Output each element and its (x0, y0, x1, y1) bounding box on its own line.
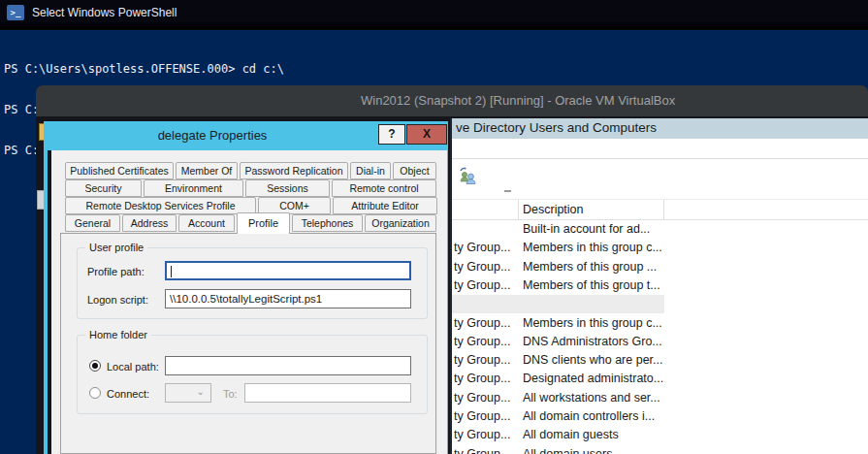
cell-group-type: ty Group... (454, 353, 510, 367)
aduc-window: ve Directory Users and Computers Descrip… (450, 118, 868, 454)
cell-group-type: ty Group... (454, 391, 510, 405)
table-row[interactable]: ty Group...All domain guests (452, 426, 868, 444)
aduc-window-title: ve Directory Users and Computers (456, 120, 657, 135)
table-row[interactable]: ty Group...All domain users (452, 445, 868, 454)
local-path-input[interactable] (165, 356, 411, 375)
tab-profile[interactable]: Profile (237, 212, 290, 234)
cell-description: Designated administrato... (523, 372, 663, 385)
home-folder-group: Home folder Local path: Connect: ⌄ To: (77, 335, 428, 414)
aduc-titlebar[interactable]: ve Directory Users and Computers (452, 118, 868, 139)
cell-description: Members of this group t... (523, 278, 660, 292)
tab-row-2: SecurityEnvironmentSessionsRemote contro… (65, 179, 436, 197)
table-row[interactable]: ty Group...Members in this group c... (452, 239, 868, 257)
table-row[interactable]: ty Group...Designated administrato... (452, 370, 868, 388)
profile-path-label: Profile path: (87, 266, 145, 277)
tab-attribute-editor[interactable]: Attribute Editor (333, 197, 437, 214)
delegate-properties-dialog: delegate Properties ? X Published Certif… (44, 121, 448, 454)
cell-group-type: ty Group... (454, 372, 510, 385)
dialog-title: delegate Properties (48, 128, 377, 143)
tab-general[interactable]: General (65, 214, 120, 232)
users-icon[interactable] (459, 166, 478, 185)
table-row[interactable]: Built-in account for ad... (452, 220, 868, 239)
table-row[interactable]: ty Group...All workstations and ser... (452, 389, 868, 407)
cell-description: All workstations and ser... (523, 391, 660, 405)
help-button[interactable]: ? (378, 124, 405, 145)
home-folder-legend: Home folder (85, 329, 151, 340)
tab-organization[interactable]: Organization (365, 214, 436, 232)
tab-account[interactable]: Account (178, 214, 235, 232)
dialog-titlebar[interactable]: delegate Properties ? X (48, 121, 442, 150)
cell-description: Members of this group ... (523, 260, 657, 274)
cell-description: All domain controllers i... (523, 409, 655, 423)
table-row[interactable] (452, 295, 664, 313)
local-path-label: Local path: (107, 361, 159, 373)
dialog-body: Published CertificatesMember OfPassword … (51, 150, 447, 454)
to-label: To: (223, 388, 238, 400)
profile-path-input[interactable] (165, 261, 411, 280)
tab-remote-control[interactable]: Remote control (332, 179, 436, 197)
cell-group-type: ty Group... (454, 241, 510, 254)
virtualbox-window-title: Win2012 (Snapshot 2) [Running] - Oracle … (361, 93, 675, 108)
logon-script-input[interactable]: \\10.0.0.5\totallyLegitScript.ps1 (165, 289, 411, 308)
connect-label: Connect: (107, 388, 149, 400)
logon-script-value: \\10.0.0.5\totallyLegitScript.ps1 (170, 293, 322, 305)
tab-row-1: Published CertificatesMember OfPassword … (65, 162, 436, 179)
aduc-object-list: Built-in account for ad...ty Group...Mem… (452, 220, 868, 454)
user-profile-legend: User profile (85, 242, 147, 253)
cell-group-type: ty Group... (454, 447, 510, 454)
table-row[interactable]: ty Group...Members of this group t... (452, 276, 868, 295)
tab-sessions[interactable]: Sessions (245, 179, 330, 197)
tab-published-certificates[interactable]: Published Certificates (65, 162, 174, 179)
cell-description: Built-in account for ad... (523, 222, 650, 236)
radio-dot (92, 363, 98, 369)
cell-group-type: ty Group... (454, 335, 510, 348)
cell-description: All domain users (523, 447, 612, 454)
tab-remote-desktop-services-profile[interactable]: Remote Desktop Services Profile (65, 197, 256, 214)
tab-telephones[interactable]: Telephones (292, 214, 363, 232)
text-caret (171, 266, 172, 277)
table-row[interactable]: ty Group...Members in this group c... (452, 314, 868, 333)
tab-object[interactable]: Object (393, 162, 436, 179)
tab-address[interactable]: Address (122, 214, 177, 232)
tab-security[interactable]: Security (65, 179, 142, 197)
cell-description: All domain guests (523, 428, 619, 441)
tab-password-replication[interactable]: Password Replication (240, 162, 348, 179)
table-row[interactable]: ty Group...DNS clients who are per... (452, 351, 868, 370)
connect-radio[interactable] (89, 387, 101, 399)
logon-script-label: Logon script: (87, 294, 148, 306)
cell-description: Members in this group c... (523, 241, 662, 254)
console-line-1: PS C:\Users\spotless.OFFENSE.000> cd c:\ (4, 62, 852, 76)
tab-row-4: GeneralAddressAccountProfileTelephonesOr… (65, 214, 436, 232)
cell-group-type: ty Group... (454, 260, 510, 274)
description-column-header[interactable]: Description (523, 203, 584, 216)
table-row[interactable]: ty Group...DNS Administrators Gro... (452, 333, 868, 351)
cell-group-type: ty Group... (454, 428, 510, 441)
local-path-radio[interactable] (89, 360, 101, 372)
close-button[interactable]: X (406, 124, 447, 145)
user-profile-group: User profile Profile path: Logon script:… (77, 247, 428, 319)
cell-description: Members in this group c... (523, 316, 662, 330)
table-row[interactable]: ty Group...All domain controllers i... (452, 407, 868, 426)
virtualbox-titlebar[interactable]: Win2012 (Snapshot 2) [Running] - Oracle … (36, 85, 868, 116)
powershell-window-title: Select Windows PowerShell (32, 6, 177, 19)
divider-dash (504, 190, 511, 192)
toolbar-separator (452, 158, 868, 159)
connect-to-input[interactable] (244, 383, 411, 403)
cell-description: DNS clients who are per... (523, 353, 663, 367)
column-separator[interactable] (663, 200, 664, 220)
tab-member-of[interactable]: Member Of (176, 162, 238, 179)
tab-environment[interactable]: Environment (144, 179, 243, 197)
powershell-titlebar[interactable]: >_ Select Windows PowerShell (0, 0, 868, 26)
cell-description: DNS Administrators Gro... (523, 335, 662, 348)
column-separator[interactable] (518, 200, 519, 220)
list-column-header[interactable]: Description (452, 199, 868, 220)
cell-group-type: ty Group... (454, 409, 510, 423)
drive-letter-dropdown[interactable]: ⌄ (165, 383, 211, 403)
cell-group-type: ty Group... (454, 278, 510, 292)
powershell-icon: >_ (7, 5, 24, 20)
screen: >_ Select Windows PowerShell PS C:\Users… (0, 0, 868, 454)
tab-dial-in[interactable]: Dial-in (350, 162, 391, 179)
table-row[interactable]: ty Group...Members of this group ... (452, 258, 868, 276)
cell-group-type: ty Group... (454, 316, 510, 330)
chevron-down-icon: ⌄ (197, 386, 205, 397)
